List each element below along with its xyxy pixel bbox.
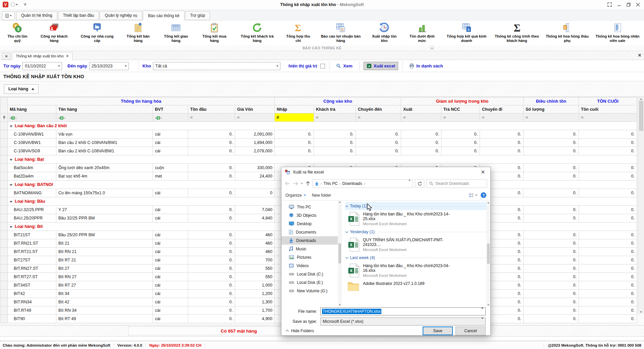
column-header[interactable]: Trả NCC xyxy=(441,105,480,113)
filter-cell[interactable]: = xyxy=(188,113,235,122)
fullscreen-icon[interactable] xyxy=(607,2,612,7)
chevron-down-icon[interactable] xyxy=(481,318,483,324)
export-excel-button[interactable]: x Xuất excel xyxy=(364,62,398,70)
up-icon[interactable] xyxy=(306,181,310,186)
ribbon-button[interactable]: Xuất nhập tồn kho xyxy=(366,21,403,43)
menu-tab[interactable]: Quản lý nghiệp vụ xyxy=(100,11,142,20)
minimize-icon[interactable] xyxy=(617,3,621,7)
column-band[interactable]: Giảm số lượng trong kho xyxy=(401,97,524,105)
view-button[interactable]: Xem xyxy=(333,62,355,70)
filter-cell[interactable]: = xyxy=(480,113,524,122)
menu-tab[interactable]: Quản trị hệ thống xyxy=(16,11,57,20)
filter-cell[interactable]: = xyxy=(524,113,579,122)
file-item[interactable]: XHàng tồn kho ban đầu _ Kho Kho chính202… xyxy=(345,262,489,280)
ribbon-button[interactable]: ΣThống kê hoa hồng thầu phụ xyxy=(542,21,592,43)
file-item[interactable]: XHàng tồn kho ban đầu _ Kho Kho chính202… xyxy=(345,210,489,228)
ribbon-button[interactable]: Tổng kết giao hàng xyxy=(157,21,195,43)
quick-access-button[interactable] xyxy=(11,2,18,7)
file-name-input[interactable]: THONGKEXUATNHAPTON.xlsx xyxy=(320,307,486,315)
chevron-down-icon[interactable] xyxy=(125,65,127,67)
folder-tree-item[interactable]: Pictures xyxy=(281,253,338,261)
filter-cell[interactable]: = xyxy=(401,113,441,122)
column-header[interactable]: Tồn đầu xyxy=(188,105,235,113)
file-group-header[interactable]: Yesterday (1) xyxy=(345,228,489,236)
filter-cell[interactable]: aBc xyxy=(8,113,56,122)
customize-toolbar-button[interactable] xyxy=(23,3,26,6)
breadcrumb[interactable]: › This PC › Downloads › xyxy=(312,179,413,188)
application-menu-button[interactable] xyxy=(2,11,15,20)
folder-tree-item[interactable]: Downloads xyxy=(281,236,338,245)
column-header[interactable]: Xuất xyxy=(401,105,441,113)
folder-tree-item[interactable]: Local Disk (E:) xyxy=(281,278,338,287)
ribbon-button[interactable]: Tổng kết khách trả hàng xyxy=(233,21,281,43)
filter-cell[interactable]: aBc xyxy=(56,113,153,122)
history-dropdown-icon[interactable] xyxy=(301,183,303,184)
group-row[interactable]: Loại hàng: Bạt xyxy=(0,155,637,164)
column-header[interactable]: Chuyển đến xyxy=(356,105,401,113)
ribbon-button[interactable]: ΣTổng hợp kết quả kinh doanh xyxy=(441,21,492,43)
chevron-down-icon[interactable] xyxy=(409,180,411,186)
column-header[interactable]: Nhập xyxy=(275,105,314,113)
column-header[interactable]: Khách trả xyxy=(314,105,356,113)
list-scrollbar[interactable] xyxy=(486,201,490,306)
filter-cell[interactable]: = xyxy=(314,113,356,122)
close-icon[interactable]: ✕ xyxy=(479,169,487,175)
menu-tab[interactable]: Thiết lập ban đầu xyxy=(58,11,99,20)
collapse-icon[interactable] xyxy=(10,201,12,203)
ribbon-button[interactable]: ΣTổng hợp thu chi xyxy=(281,21,316,43)
filter-cell[interactable]: ≠ xyxy=(275,113,314,122)
ribbon-button[interactable]: ΣBáo cáo lợi nhuận bán hàng xyxy=(316,21,366,43)
column-header[interactable]: Mã hàng xyxy=(8,105,56,113)
pin-icon[interactable] xyxy=(0,113,8,122)
hide-folders-button[interactable]: Hide Folders xyxy=(286,329,314,333)
folder-tree-item[interactable]: Documents xyxy=(281,228,338,236)
breadcrumb-downloads[interactable]: Downloads xyxy=(342,181,362,186)
restore-icon[interactable] xyxy=(627,3,631,7)
close-icon[interactable]: × xyxy=(66,54,69,58)
collapse-icon[interactable] xyxy=(10,159,12,161)
ribbon-button[interactable]: Công nợ nhà cung cấp xyxy=(75,21,119,43)
column-header[interactable]: Chuyển đi xyxy=(480,105,524,113)
ribbon-button[interactable]: Tồn dưới định mức xyxy=(402,21,441,43)
group-row[interactable]: Loại hàng: Bàn cầu 2 khối xyxy=(0,122,637,130)
print-list-button[interactable]: In danh sách xyxy=(407,62,445,70)
save-type-select[interactable]: Microsoft Excel (*.xlsx) xyxy=(320,317,486,326)
new-folder-button[interactable]: New folder xyxy=(312,193,331,198)
chevron-down-icon[interactable] xyxy=(481,308,483,314)
filter-cell[interactable]: = xyxy=(235,113,275,122)
warehouse-select[interactable]: Tất cả xyxy=(153,62,280,70)
folder-tree-item[interactable]: Music xyxy=(281,245,338,253)
view-mode-button[interactable] xyxy=(469,193,477,198)
close-icon[interactable] xyxy=(636,3,640,7)
organize-button[interactable]: Organize xyxy=(285,193,306,198)
group-by-button[interactable]: Loại hàng xyxy=(4,84,39,94)
column-band[interactable]: Thông tin hàng hóa xyxy=(8,97,275,105)
column-header[interactable]: Giá Vốn xyxy=(235,105,275,113)
column-band[interactable]: Cộng vào kho xyxy=(275,97,401,105)
vertical-scrollbar[interactable] xyxy=(638,97,644,314)
from-date-input[interactable]: 01/10/2022 xyxy=(22,62,62,70)
ribbon-button[interactable]: Tổng kết bán hàng xyxy=(119,21,157,43)
breadcrumb-this-pc[interactable]: This PC xyxy=(323,181,338,186)
ribbon-button[interactable]: €$Thu chi tồn quỹ xyxy=(1,21,34,43)
ribbon-button[interactable]: Thống kê hoa hồng nhân viên sale xyxy=(592,21,643,43)
column-header[interactable]: Tên hàng xyxy=(56,105,153,113)
menu-tab[interactable]: Báo cáo thống kê xyxy=(143,11,184,20)
close-tab-button[interactable]: × xyxy=(2,53,11,60)
help-icon[interactable]: ? xyxy=(481,192,486,198)
folder-tree-item[interactable]: Desktop xyxy=(281,219,338,228)
file-item[interactable]: XQUY TRÌNH SẢN XUẤT-FLOWCHART-PMT-241023… xyxy=(345,236,489,254)
show-value-checkbox[interactable] xyxy=(320,64,325,68)
file-group-header[interactable]: Last week (4) xyxy=(345,254,489,262)
search-input[interactable]: Search Downloads xyxy=(426,179,487,188)
save-button[interactable]: Save xyxy=(423,327,453,335)
column-band[interactable]: Điều chỉnh tồn xyxy=(524,97,579,105)
close-all-tabs-button[interactable]: × xyxy=(637,52,643,58)
column-header[interactable]: Số lượng xyxy=(524,105,579,113)
filter-cell[interactable]: = xyxy=(441,113,480,122)
ribbon-button[interactable]: ΣThống kê công trình theo khách hàng xyxy=(492,21,542,43)
file-item[interactable]: Adobe Illustrator 2023 v27.1.0.189 xyxy=(345,280,489,297)
tree-scrollbar[interactable] xyxy=(338,201,342,306)
filter-cell[interactable]: = xyxy=(356,113,401,122)
folder-tree-item[interactable]: This PC xyxy=(281,203,338,211)
